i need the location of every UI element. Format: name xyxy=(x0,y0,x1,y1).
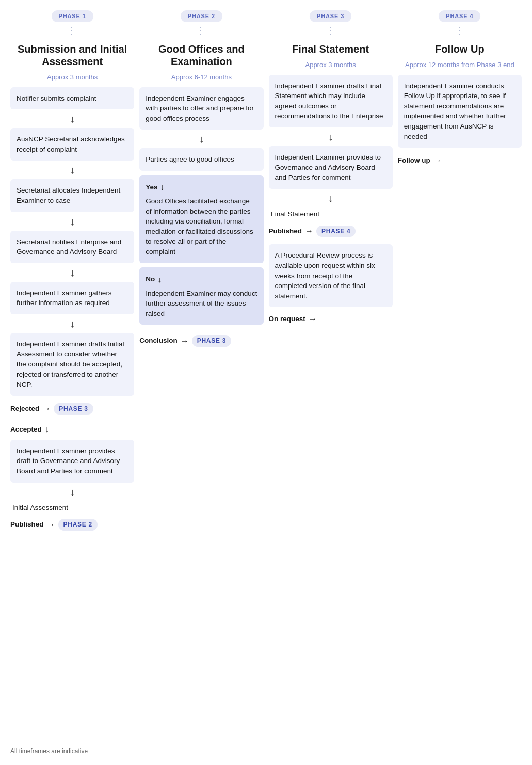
published-phase2-row: Published → PHASE 2 xyxy=(10,516,134,533)
accepted-arrow-icon: ↓ xyxy=(45,424,49,435)
phases-body: Submission and Initial Assessment Approx… xyxy=(10,43,522,535)
published-p1-label: Published xyxy=(10,520,44,530)
conclusion-arrow: → xyxy=(181,336,189,347)
no-block: No ↓ Independent Examiner may conduct fu… xyxy=(139,267,263,325)
phase3-header: PHASE 3 ⋮ xyxy=(269,10,393,38)
no-section: No ↓ Independent Examiner may conduct fu… xyxy=(139,267,263,325)
phase2-col: Good Offices and Examination Approx 6-12… xyxy=(139,43,263,352)
rejected-arrow-icon: → xyxy=(42,403,51,415)
phase4-duration: Approx 12 months from Phase 3 end xyxy=(398,60,522,70)
conclusion-badge[interactable]: PHASE 3 xyxy=(192,335,231,347)
rejected-label: Rejected xyxy=(10,404,39,414)
conclusion-label: Conclusion xyxy=(139,336,178,346)
published-phase4-row: Published → PHASE 4 xyxy=(269,222,393,240)
published-p1-arrow: → xyxy=(47,519,55,531)
phase2-header: PHASE 2 ⋮ xyxy=(139,10,263,38)
initial-assessment-label: Initial Assessment xyxy=(10,503,134,513)
phase1-step1: Notifier submits complaint xyxy=(10,87,134,110)
arrow4: ↓ xyxy=(10,265,134,280)
phase3-duration: Approx 3 months xyxy=(269,60,393,70)
accepted-action-row: Accepted ↓ xyxy=(10,421,134,437)
phase2-badge: PHASE 2 xyxy=(181,10,222,22)
phase4-header: PHASE 4 ⋮ xyxy=(398,10,522,38)
rejected-phase-badge[interactable]: PHASE 3 xyxy=(54,403,93,415)
phase1-col: Submission and Initial Assessment Approx… xyxy=(10,43,134,535)
phase1-title: Submission and Initial Assessment xyxy=(10,43,134,68)
yes-label: Yes xyxy=(146,182,157,193)
published-p1-badge[interactable]: PHASE 2 xyxy=(58,519,98,531)
phases-header: PHASE 1 ⋮ PHASE 2 ⋮ PHASE 3 ⋮ PHASE 4 ⋮ xyxy=(10,10,522,38)
page-container: PHASE 1 ⋮ PHASE 2 ⋮ PHASE 3 ⋮ PHASE 4 ⋮ … xyxy=(0,0,532,555)
yes-section: Yes ↓ Good Offices facilitated exchange … xyxy=(139,175,263,263)
phase3-procedural: A Procedural Review process is available… xyxy=(269,244,393,307)
no-label: No xyxy=(146,274,155,284)
yes-block: Yes ↓ Good Offices facilitated exchange … xyxy=(139,175,263,263)
arrow9: ↓ xyxy=(269,191,393,205)
phase1-duration: Approx 3 months xyxy=(10,73,134,82)
follow-up-row: Follow up → xyxy=(398,152,522,168)
phase3-step2: Independent Examiner provides to Governa… xyxy=(269,146,393,189)
phase1-badge: PHASE 1 xyxy=(52,10,93,22)
phase3-title: Final Statement xyxy=(269,43,393,55)
phase1-step6: Independent Examiner drafts Initial Asse… xyxy=(10,333,134,396)
arrow3: ↓ xyxy=(10,214,134,229)
phase1-step7: Independent Examiner provides draft to G… xyxy=(10,440,134,483)
phase1-step5: Independent Examiner gathers further inf… xyxy=(10,282,134,314)
no-text: Independent Examiner may conduct further… xyxy=(146,290,257,317)
conclusion-row: Conclusion → PHASE 3 xyxy=(139,332,263,349)
phase4-title: Follow Up xyxy=(398,43,522,55)
rejected-action-row: Rejected → PHASE 3 xyxy=(10,400,134,417)
published-p3-badge[interactable]: PHASE 4 xyxy=(316,226,356,237)
phase2-title: Good Offices and Examination xyxy=(139,43,263,68)
on-request-label: On request xyxy=(269,314,305,324)
phase3-badge: PHASE 3 xyxy=(310,10,351,22)
phase3-step1: Independent Examiner drafts Final Statem… xyxy=(269,75,393,128)
follow-up-label: Follow up xyxy=(398,156,430,166)
phase1-step4: Secretariat notifies Enterprise and Gove… xyxy=(10,231,134,263)
footer-note: All timeframes are indicative xyxy=(10,747,88,756)
accepted-label: Accepted xyxy=(10,425,42,435)
phase1-step2: AusNCP Secretariat acknowledges receipt … xyxy=(10,128,134,161)
phase4-badge: PHASE 4 xyxy=(439,10,480,22)
arrow1: ↓ xyxy=(10,111,134,126)
on-request-row: On request → xyxy=(269,310,393,327)
phase2-step1: Independent Examiner engages with partie… xyxy=(139,87,263,130)
phase2-duration: Approx 6-12 months xyxy=(139,73,263,82)
phase2-dotted: ⋮ xyxy=(139,24,263,37)
phase4-col: Follow Up Approx 12 months from Phase 3 … xyxy=(398,43,522,171)
follow-up-arrow: → xyxy=(433,155,442,166)
yes-arrow: ↓ xyxy=(160,181,165,193)
phase4-dotted: ⋮ xyxy=(398,24,522,37)
phase3-col: Final Statement Approx 3 months Independ… xyxy=(269,43,393,329)
yes-text: Good Offices facilitated exchange of inf… xyxy=(146,197,253,256)
arrow6: ↓ xyxy=(10,485,134,499)
phase1-header: PHASE 1 ⋮ xyxy=(10,10,134,38)
arrow5: ↓ xyxy=(10,316,134,331)
published-p3-arrow: → xyxy=(305,226,313,237)
phase3-dotted: ⋮ xyxy=(269,24,393,37)
arrow2: ↓ xyxy=(10,163,134,177)
phase1-dotted: ⋮ xyxy=(10,24,134,37)
phase2-step2: Parties agree to good offices xyxy=(139,148,263,171)
on-request-arrow: → xyxy=(309,313,317,325)
phase1-step3: Secretariat allocates Independent Examin… xyxy=(10,179,134,212)
arrow8: ↓ xyxy=(269,130,393,144)
final-statement-label: Final Statement xyxy=(269,210,393,219)
published-p3-label: Published xyxy=(269,227,302,236)
phase4-step1: Independent Examiner conducts Follow Up … xyxy=(398,75,522,148)
no-arrow: ↓ xyxy=(157,274,162,285)
arrow7: ↓ xyxy=(139,132,263,146)
